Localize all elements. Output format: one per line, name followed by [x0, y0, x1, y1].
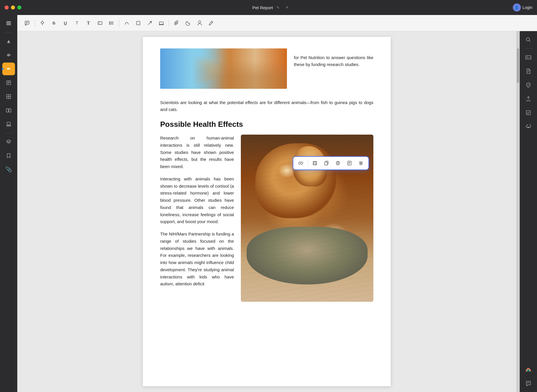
- sidebar-icon-table[interactable]: [2, 90, 15, 103]
- svg-line-64: [527, 85, 528, 86]
- sidebar-icon-comparison[interactable]: [2, 104, 15, 117]
- sidebar-icon-attach[interactable]: 📎: [2, 163, 15, 176]
- stamp-icon: [6, 122, 11, 127]
- pen-tool-icon: ✒: [7, 66, 11, 72]
- avatar: 👤: [513, 3, 521, 12]
- traffic-lights: [5, 5, 21, 10]
- floating-toolbar[interactable]: [293, 156, 369, 170]
- right-sidebar-divider-1: [524, 48, 533, 49]
- svg-point-55: [526, 38, 530, 41]
- sidebar-icon-document-list[interactable]: [2, 17, 15, 30]
- svg-line-56: [529, 41, 531, 42]
- toolbar-person-icon[interactable]: [194, 18, 205, 28]
- svg-text:OCR: OCR: [529, 57, 531, 59]
- note-icon: [6, 80, 11, 85]
- toolbar-curve-icon[interactable]: [122, 18, 132, 28]
- right-export-icon[interactable]: [522, 93, 535, 105]
- svg-rect-14: [9, 109, 11, 112]
- pet-image-top: [160, 48, 287, 89]
- login-button[interactable]: 👤 Login: [513, 3, 532, 12]
- toolbar-shape-icon[interactable]: [133, 18, 143, 28]
- ft-settings-button[interactable]: [356, 159, 366, 168]
- highlight-tool-icon: ▲: [6, 38, 11, 44]
- toolbar-highlight-icon[interactable]: [37, 18, 48, 28]
- svg-point-35: [198, 21, 201, 23]
- titlebar-center: Pet Report ✎ +: [28, 5, 513, 11]
- svg-point-30: [151, 21, 152, 22]
- toolbar-pen-icon[interactable]: [206, 18, 216, 28]
- content-area: for Pet Nutrition to answer questions li…: [17, 31, 537, 392]
- body-para-3: The NIH/Mars Partnership is funding a ra…: [160, 231, 234, 288]
- sidebar-icon-pen[interactable]: ✒: [2, 63, 15, 75]
- sidebar-icon-stamp[interactable]: [2, 118, 15, 131]
- right-file-icon[interactable]: [522, 65, 535, 78]
- right-ocr-icon[interactable]: OCR: [522, 51, 535, 64]
- svg-rect-39: [314, 161, 316, 163]
- body-para-2: Interacting with animals has been shown …: [160, 176, 234, 225]
- left-sidebar: ▲ ✒: [0, 15, 17, 392]
- svg-line-37: [300, 162, 302, 164]
- svg-point-53: [361, 163, 362, 164]
- app-body: ▲ ✒: [0, 15, 537, 392]
- sidebar-divider-1: [4, 32, 13, 33]
- right-chat-icon[interactable]: [522, 377, 535, 390]
- ft-copy-button[interactable]: [322, 159, 331, 168]
- toolbar-bold-icon[interactable]: T: [83, 18, 94, 28]
- right-search-icon[interactable]: [522, 33, 535, 46]
- body-para-1: Research on human-animal interactions is…: [160, 135, 234, 170]
- add-tab-button[interactable]: +: [285, 5, 289, 11]
- strikethrough-icon: [6, 52, 11, 58]
- svg-rect-2: [6, 24, 11, 25]
- document-page: for Pet Nutrition to answer questions li…: [143, 37, 391, 386]
- toolbar: S U T T: [17, 15, 537, 31]
- maximize-button[interactable]: [17, 5, 21, 10]
- sidebar-icon-highlight[interactable]: ▲: [2, 35, 15, 48]
- toolbar-list-icon[interactable]: [106, 18, 117, 28]
- ft-delete-button[interactable]: [333, 159, 343, 168]
- table-icon: [6, 94, 11, 99]
- login-label: Login: [523, 5, 532, 10]
- document-title: Pet Report: [252, 5, 273, 10]
- toolbar-text-color-icon[interactable]: T: [72, 18, 82, 28]
- right-secure-icon[interactable]: [522, 79, 535, 91]
- ft-divider-1: [308, 160, 308, 166]
- attach-icon: 📎: [5, 166, 12, 173]
- toolbar-strikethrough-icon[interactable]: S: [49, 18, 59, 28]
- right-rainbow-icon[interactable]: [522, 363, 535, 376]
- toolbar-moon-icon[interactable]: [183, 18, 193, 28]
- toolbar-arrow-icon[interactable]: [145, 18, 155, 28]
- top-text-block: for Pet Nutrition to answer questions li…: [294, 48, 373, 95]
- ft-save-button[interactable]: [310, 159, 319, 168]
- scrollbar-track[interactable]: [516, 31, 520, 392]
- svg-rect-1: [6, 23, 11, 24]
- svg-line-36: [211, 22, 212, 23]
- ft-note-button[interactable]: [345, 159, 354, 168]
- toolbar-underline-icon[interactable]: U: [60, 18, 71, 28]
- edit-title-icon[interactable]: ✎: [276, 5, 280, 10]
- document-list-icon: [6, 21, 12, 27]
- toolbar-textbox-icon[interactable]: [95, 18, 105, 28]
- titlebar-right: 👤 Login: [513, 3, 532, 12]
- right-sidebar: OCR: [520, 31, 537, 392]
- section-heading: Possible Health Effects: [160, 120, 373, 129]
- ft-link-button[interactable]: [296, 159, 305, 168]
- sidebar-icon-layers[interactable]: [2, 135, 15, 148]
- scrollbar-thumb[interactable]: [517, 48, 519, 83]
- svg-rect-15: [7, 122, 10, 125]
- sidebar-icon-strikethrough[interactable]: [2, 49, 15, 61]
- svg-rect-31: [159, 22, 163, 24]
- toolbar-dimension-icon[interactable]: [156, 18, 167, 28]
- close-button[interactable]: [5, 5, 9, 10]
- right-check-icon[interactable]: [522, 106, 535, 119]
- toolbar-divider-1: [35, 20, 35, 27]
- bookmark-icon: [7, 153, 11, 158]
- minimize-button[interactable]: [11, 5, 15, 10]
- toolbar-paperclip-icon[interactable]: [171, 18, 182, 28]
- sidebar-icon-note[interactable]: [2, 76, 15, 89]
- sidebar-icon-bookmark[interactable]: [2, 149, 15, 162]
- toolbar-comment-icon[interactable]: [22, 18, 32, 28]
- document-area[interactable]: for Pet Nutrition to answer questions li…: [17, 31, 516, 392]
- svg-rect-13: [6, 109, 8, 112]
- right-save-cloud-icon[interactable]: [522, 120, 535, 133]
- toolbar-divider-2: [119, 20, 119, 27]
